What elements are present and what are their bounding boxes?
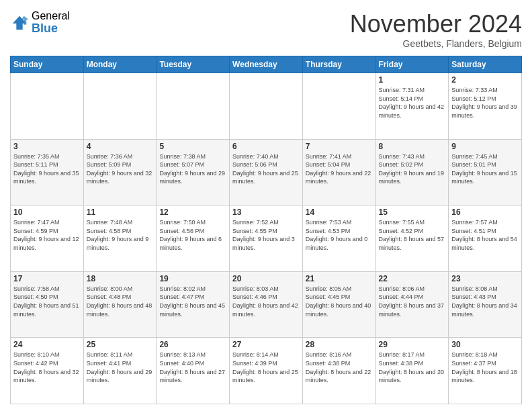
day-info: Sunrise: 8:11 AM Sunset: 4:41 PM Dayligh… bbox=[87, 351, 154, 384]
day-number: 10 bbox=[13, 208, 81, 217]
calendar-day-cell: 16Sunrise: 7:57 AM Sunset: 4:51 PM Dayli… bbox=[449, 205, 522, 272]
calendar-day-cell: 5Sunrise: 7:38 AM Sunset: 5:07 PM Daylig… bbox=[157, 139, 230, 205]
calendar-day-cell: 3Sunrise: 7:35 AM Sunset: 5:11 PM Daylig… bbox=[11, 139, 84, 205]
calendar-day-cell: 4Sunrise: 7:36 AM Sunset: 5:09 PM Daylig… bbox=[83, 139, 157, 205]
calendar-day-cell: 15Sunrise: 7:55 AM Sunset: 4:52 PM Dayli… bbox=[375, 205, 449, 272]
weekday-header: Monday bbox=[83, 56, 157, 73]
day-number: 9 bbox=[451, 142, 519, 151]
day-number: 28 bbox=[306, 340, 373, 349]
calendar-week-row: 1Sunrise: 7:31 AM Sunset: 5:14 PM Daylig… bbox=[11, 73, 522, 140]
day-number: 17 bbox=[13, 274, 81, 283]
weekday-header: Wednesday bbox=[230, 56, 303, 73]
weekday-header: Tuesday bbox=[157, 56, 230, 73]
day-info: Sunrise: 8:10 AM Sunset: 4:42 PM Dayligh… bbox=[13, 351, 81, 384]
calendar-week-row: 10Sunrise: 7:47 AM Sunset: 4:59 PM Dayli… bbox=[11, 205, 522, 272]
day-number: 11 bbox=[87, 208, 154, 217]
day-number: 23 bbox=[451, 274, 519, 283]
day-number: 13 bbox=[232, 208, 300, 217]
day-info: Sunrise: 7:41 AM Sunset: 5:04 PM Dayligh… bbox=[306, 152, 373, 186]
weekday-header-row: SundayMondayTuesdayWednesdayThursdayFrid… bbox=[11, 56, 522, 73]
calendar-day-cell: 22Sunrise: 8:06 AM Sunset: 4:44 PM Dayli… bbox=[375, 271, 449, 338]
day-number: 18 bbox=[87, 274, 154, 283]
day-info: Sunrise: 7:40 AM Sunset: 5:06 PM Dayligh… bbox=[232, 152, 300, 186]
calendar-day-cell: 8Sunrise: 7:43 AM Sunset: 5:02 PM Daylig… bbox=[375, 139, 449, 205]
day-info: Sunrise: 8:08 AM Sunset: 4:43 PM Dayligh… bbox=[451, 285, 519, 318]
day-info: Sunrise: 7:53 AM Sunset: 4:53 PM Dayligh… bbox=[306, 218, 373, 252]
day-info: Sunrise: 8:17 AM Sunset: 4:38 PM Dayligh… bbox=[379, 351, 446, 384]
calendar-day-cell: 20Sunrise: 8:03 AM Sunset: 4:46 PM Dayli… bbox=[230, 271, 303, 338]
calendar-day-cell: 28Sunrise: 8:16 AM Sunset: 4:38 PM Dayli… bbox=[302, 338, 375, 404]
logo-text: GeneralBlue bbox=[32, 10, 70, 35]
day-info: Sunrise: 8:18 AM Sunset: 4:37 PM Dayligh… bbox=[451, 351, 519, 384]
day-number: 22 bbox=[379, 274, 446, 283]
day-info: Sunrise: 7:36 AM Sunset: 5:09 PM Dayligh… bbox=[87, 152, 154, 186]
day-info: Sunrise: 8:05 AM Sunset: 4:45 PM Dayligh… bbox=[306, 285, 373, 318]
calendar-day-cell: 7Sunrise: 7:41 AM Sunset: 5:04 PM Daylig… bbox=[302, 139, 375, 205]
day-info: Sunrise: 7:38 AM Sunset: 5:07 PM Dayligh… bbox=[159, 152, 226, 186]
calendar-day-cell: 6Sunrise: 7:40 AM Sunset: 5:06 PM Daylig… bbox=[230, 139, 303, 205]
day-info: Sunrise: 8:14 AM Sunset: 4:39 PM Dayligh… bbox=[232, 351, 300, 384]
day-number: 27 bbox=[232, 340, 300, 349]
page-header: GeneralBlue November 2024 Geetbets, Flan… bbox=[10, 10, 522, 49]
logo-blue: Blue bbox=[32, 22, 70, 36]
day-number: 3 bbox=[13, 142, 81, 151]
day-info: Sunrise: 7:57 AM Sunset: 4:51 PM Dayligh… bbox=[451, 218, 519, 252]
weekday-header: Thursday bbox=[302, 56, 375, 73]
day-info: Sunrise: 7:45 AM Sunset: 5:01 PM Dayligh… bbox=[451, 152, 519, 186]
calendar-day-cell bbox=[157, 73, 230, 140]
day-number: 29 bbox=[379, 340, 446, 349]
month-title: November 2024 bbox=[350, 10, 522, 38]
day-info: Sunrise: 7:33 AM Sunset: 5:12 PM Dayligh… bbox=[451, 86, 519, 120]
logo-icon bbox=[10, 13, 29, 32]
day-number: 24 bbox=[13, 340, 81, 349]
calendar-day-cell: 12Sunrise: 7:50 AM Sunset: 4:56 PM Dayli… bbox=[157, 205, 230, 272]
calendar-day-cell: 26Sunrise: 8:13 AM Sunset: 4:40 PM Dayli… bbox=[157, 338, 230, 404]
calendar-day-cell: 13Sunrise: 7:52 AM Sunset: 4:55 PM Dayli… bbox=[230, 205, 303, 272]
calendar-day-cell bbox=[230, 73, 303, 140]
day-number: 2 bbox=[451, 75, 519, 85]
day-number: 30 bbox=[451, 340, 519, 349]
weekday-header: Sunday bbox=[11, 56, 84, 73]
calendar-day-cell: 25Sunrise: 8:11 AM Sunset: 4:41 PM Dayli… bbox=[83, 338, 157, 404]
calendar-day-cell: 24Sunrise: 8:10 AM Sunset: 4:42 PM Dayli… bbox=[11, 338, 84, 404]
day-number: 5 bbox=[159, 142, 226, 151]
day-number: 4 bbox=[87, 142, 154, 151]
day-info: Sunrise: 7:50 AM Sunset: 4:56 PM Dayligh… bbox=[159, 218, 226, 252]
title-block: November 2024 Geetbets, Flanders, Belgiu… bbox=[350, 10, 522, 49]
calendar-table: SundayMondayTuesdayWednesdayThursdayFrid… bbox=[10, 56, 522, 404]
calendar-day-cell: 29Sunrise: 8:17 AM Sunset: 4:38 PM Dayli… bbox=[375, 338, 449, 404]
day-number: 21 bbox=[306, 274, 373, 283]
day-number: 26 bbox=[159, 340, 226, 349]
day-number: 7 bbox=[306, 142, 373, 151]
day-number: 19 bbox=[159, 274, 226, 283]
calendar-day-cell: 10Sunrise: 7:47 AM Sunset: 4:59 PM Dayli… bbox=[11, 205, 84, 272]
day-info: Sunrise: 7:43 AM Sunset: 5:02 PM Dayligh… bbox=[379, 152, 446, 186]
day-number: 25 bbox=[87, 340, 154, 349]
day-number: 12 bbox=[159, 208, 226, 217]
calendar-day-cell: 1Sunrise: 7:31 AM Sunset: 5:14 PM Daylig… bbox=[375, 73, 449, 140]
day-number: 8 bbox=[379, 142, 446, 151]
day-number: 1 bbox=[379, 75, 446, 85]
day-number: 20 bbox=[232, 274, 300, 283]
day-info: Sunrise: 7:47 AM Sunset: 4:59 PM Dayligh… bbox=[13, 218, 81, 252]
day-info: Sunrise: 8:06 AM Sunset: 4:44 PM Dayligh… bbox=[379, 285, 446, 318]
location-subtitle: Geetbets, Flanders, Belgium bbox=[350, 38, 522, 49]
calendar-day-cell: 23Sunrise: 8:08 AM Sunset: 4:43 PM Dayli… bbox=[449, 271, 522, 338]
day-info: Sunrise: 8:16 AM Sunset: 4:38 PM Dayligh… bbox=[306, 351, 373, 384]
day-info: Sunrise: 7:48 AM Sunset: 4:58 PM Dayligh… bbox=[87, 218, 154, 252]
day-number: 14 bbox=[306, 208, 373, 217]
calendar-day-cell bbox=[83, 73, 157, 140]
calendar-day-cell: 30Sunrise: 8:18 AM Sunset: 4:37 PM Dayli… bbox=[449, 338, 522, 404]
weekday-header: Friday bbox=[375, 56, 449, 73]
calendar-day-cell bbox=[302, 73, 375, 140]
day-info: Sunrise: 7:31 AM Sunset: 5:14 PM Dayligh… bbox=[379, 86, 446, 120]
logo: GeneralBlue bbox=[10, 10, 70, 35]
day-info: Sunrise: 8:00 AM Sunset: 4:48 PM Dayligh… bbox=[87, 285, 154, 318]
calendar-day-cell: 18Sunrise: 8:00 AM Sunset: 4:48 PM Dayli… bbox=[83, 271, 157, 338]
calendar-day-cell: 14Sunrise: 7:53 AM Sunset: 4:53 PM Dayli… bbox=[302, 205, 375, 272]
day-info: Sunrise: 7:58 AM Sunset: 4:50 PM Dayligh… bbox=[13, 285, 81, 318]
calendar-day-cell: 2Sunrise: 7:33 AM Sunset: 5:12 PM Daylig… bbox=[449, 73, 522, 140]
day-info: Sunrise: 8:02 AM Sunset: 4:47 PM Dayligh… bbox=[159, 285, 226, 318]
day-number: 15 bbox=[379, 208, 446, 217]
calendar-week-row: 17Sunrise: 7:58 AM Sunset: 4:50 PM Dayli… bbox=[11, 271, 522, 338]
